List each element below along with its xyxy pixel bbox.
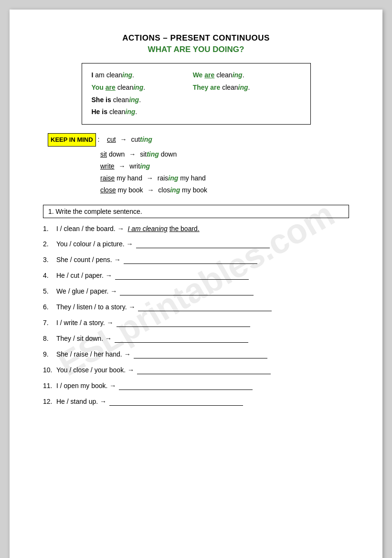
exercise-item-9: 9. She / raise / her hand. → — [43, 350, 349, 358]
item-num-6: 6. — [43, 303, 54, 311]
exercise-item-8: 8. They / sit down. → — [43, 335, 349, 343]
verb-are-we: are — [204, 71, 214, 79]
gerund-cleaning-1: cleaning. — [106, 71, 134, 79]
exercise-item-11: 11. I / open my book. → — [43, 382, 349, 390]
item-num-1: 1. — [43, 225, 54, 232]
answer-line-11[interactable] — [119, 382, 253, 390]
item-prompt-2: You / colour / a picture. → — [56, 240, 133, 248]
exercise-item-2: 2. You / colour / a picture. → — [43, 240, 349, 248]
exercise-item-10: 10. You / close / your book. → — [43, 366, 349, 374]
item-num-8: 8. — [43, 335, 54, 342]
exercise-item-6: 6. They / listen / to a story. → — [43, 303, 349, 311]
exercise-item-1: 1. I / clean / the board. → I am cleanin… — [43, 225, 349, 232]
item-num-9: 9. — [43, 350, 54, 358]
item-num-4: 4. — [43, 272, 54, 279]
pronoun-they: They — [193, 84, 209, 91]
answer-line-5[interactable] — [120, 287, 254, 295]
pronoun-i: I — [92, 71, 94, 79]
gerund-cleaning-2: cleaning. — [117, 84, 145, 91]
answer-line-2[interactable] — [136, 240, 270, 248]
answer-line-7[interactable] — [117, 319, 250, 327]
answer-line-6[interactable] — [138, 303, 272, 311]
subtitle: WHAT ARE YOU DOING? — [43, 45, 349, 54]
grammar-box: I am cleaning. We are cleaning. You are — [82, 63, 311, 125]
answer-line-4[interactable] — [115, 272, 249, 280]
answer-line-3[interactable] — [124, 256, 257, 264]
item-prompt-4: He / cut / paper. → — [56, 272, 112, 279]
item-num-12: 12. — [43, 398, 54, 405]
item-prompt-12: He / stand up. → — [56, 398, 106, 405]
pronoun-she: She — [92, 96, 104, 104]
kim-items: sit down → sitting down write → writing … — [48, 148, 349, 197]
pronoun-we: We — [193, 71, 203, 79]
item-answer-1: I am cleaning the board. — [128, 225, 200, 232]
verb-are-they: are — [210, 84, 220, 91]
item-num-7: 7. — [43, 319, 54, 326]
gerund-cleaning-5: cleaning. — [216, 71, 244, 79]
answer-line-8[interactable] — [115, 335, 248, 343]
verb-is-she: is — [106, 96, 111, 104]
exercise-item-5: 5. We / glue / paper. → — [43, 287, 349, 295]
item-prompt-3: She / count / pens. → — [56, 256, 121, 263]
verb-am: am — [95, 71, 106, 79]
verb-is-he: is — [102, 108, 107, 116]
main-title: ACTIONS – PRESENT CONTINUOUS — [43, 33, 349, 43]
kim-colon: : — [98, 136, 106, 143]
exercise-item-7: 7. I / write / a story. → — [43, 319, 349, 327]
answer-line-12[interactable] — [109, 398, 243, 406]
exercise-item-3: 3. She / count / pens. → — [43, 256, 349, 264]
item-num-5: 5. — [43, 287, 54, 295]
exercise-item-4: 4. He / cut / paper. → — [43, 272, 349, 280]
kim-item-1: cut → cutting — [107, 136, 152, 143]
keep-in-mind-section: KEEP IN MIND : cut → cutting sit down → … — [43, 133, 349, 196]
item-prompt-6: They / listen / to a story. → — [56, 303, 135, 311]
content-area: ACTIONS – PRESENT CONTINUOUS WHAT ARE YO… — [43, 33, 349, 406]
section1-header: 1. Write the complete sentence. — [43, 205, 349, 218]
item-prompt-1: I / clean / the board. → — [56, 225, 126, 232]
exercise-item-12: 12. He / stand up. → — [43, 398, 349, 406]
item-prompt-5: We / glue / paper. → — [56, 287, 117, 295]
pronoun-you: You — [92, 84, 104, 91]
item-num-2: 2. — [43, 240, 54, 248]
item-prompt-9: She / raise / her hand. → — [56, 350, 131, 358]
gerund-cleaning-4: cleaning. — [109, 108, 137, 116]
item-prompt-7: I / write / a story. → — [56, 319, 114, 326]
item-num-11: 11. — [43, 382, 54, 390]
pronoun-he: He — [92, 108, 100, 116]
gerund-cleaning-6: cleaning. — [222, 84, 250, 91]
gerund-cleaning-3: cleaning. — [113, 96, 141, 104]
kim-item-3: write → writing — [100, 160, 349, 172]
kim-item-4: raise my hand → raising my hand — [100, 172, 349, 184]
item-prompt-11: I / open my book. → — [56, 382, 116, 390]
item-num-10: 10. — [43, 366, 54, 374]
verb-are-you: are — [106, 84, 116, 91]
kim-item-2: sit down → sitting down — [100, 148, 349, 160]
item-prompt-8: They / sit down. → — [56, 335, 112, 342]
item-prompt-10: You / close / your book. → — [56, 366, 134, 374]
answer-line-10[interactable] — [137, 366, 271, 374]
answer-line-9[interactable] — [134, 350, 267, 358]
exercise-list: 1. I / clean / the board. → I am cleanin… — [43, 225, 349, 406]
kim-item-5: close my book → closing my book — [100, 184, 349, 196]
worksheet-page: ESLprintables.com ACTIONS – PRESENT CONT… — [10, 10, 382, 558]
item-num-3: 3. — [43, 256, 54, 263]
keep-in-mind-label: KEEP IN MIND — [48, 133, 96, 146]
